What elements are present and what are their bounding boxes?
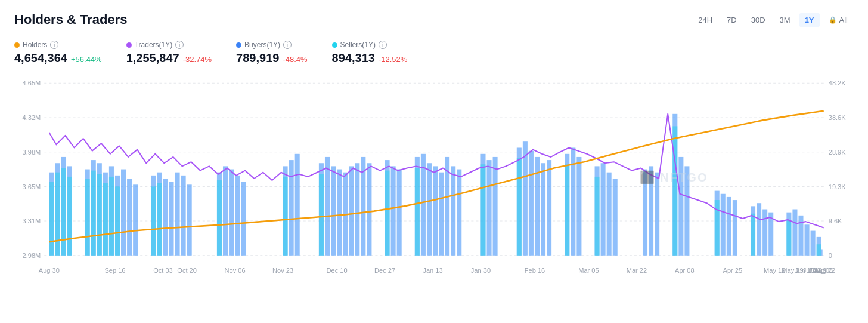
svg-rect-123 xyxy=(595,177,600,256)
svg-rect-108 xyxy=(91,171,96,256)
svg-rect-120 xyxy=(480,164,485,255)
svg-rect-116 xyxy=(283,177,288,256)
svg-rect-84 xyxy=(655,173,659,256)
svg-rect-77 xyxy=(576,157,581,256)
sellers-dot xyxy=(332,42,337,48)
svg-rect-105 xyxy=(61,168,66,255)
sellers-info-icon[interactable]: i xyxy=(379,41,387,49)
svg-rect-39 xyxy=(223,166,228,255)
svg-rect-81 xyxy=(613,179,618,256)
traders-change: -32.74% xyxy=(183,55,212,64)
svg-text:Dec 10: Dec 10 xyxy=(327,267,348,274)
svg-rect-106 xyxy=(67,177,72,256)
svg-rect-122 xyxy=(565,164,569,255)
svg-rect-65 xyxy=(457,170,461,256)
svg-rect-67 xyxy=(487,160,492,256)
svg-text:4.65M: 4.65M xyxy=(23,79,41,87)
svg-rect-121 xyxy=(517,158,522,256)
metric-buyers: Buyers(1Y) i 789,919 -48.4% xyxy=(236,37,320,69)
svg-text:Nov 06: Nov 06 xyxy=(225,267,246,274)
svg-rect-49 xyxy=(337,170,342,256)
svg-rect-41 xyxy=(235,176,240,256)
svg-rect-61 xyxy=(433,166,438,255)
svg-rect-70 xyxy=(523,141,528,256)
svg-rect-111 xyxy=(109,177,114,256)
svg-rect-80 xyxy=(607,173,612,256)
holders-info-icon[interactable]: i xyxy=(50,41,58,49)
holders-change: +56.44% xyxy=(71,55,102,64)
svg-text:Apr 25: Apr 25 xyxy=(723,267,743,274)
svg-rect-128 xyxy=(817,244,822,256)
svg-rect-97 xyxy=(792,210,797,256)
sellers-change: -12.52% xyxy=(379,55,407,64)
svg-text:Jan 30: Jan 30 xyxy=(471,267,491,274)
buyers-info-icon[interactable]: i xyxy=(283,41,292,49)
chart-container: 4.65M 4.32M 3.98M 3.65M 3.31M 2.98M 48.2… xyxy=(14,77,854,280)
buyers-change: -48.4% xyxy=(283,55,307,64)
svg-text:Oct 20: Oct 20 xyxy=(177,267,197,274)
svg-text:Oct 03: Oct 03 xyxy=(153,267,173,274)
svg-rect-103 xyxy=(49,182,54,256)
svg-rect-28 xyxy=(121,170,126,256)
holders-dot xyxy=(14,42,20,48)
svg-rect-90 xyxy=(727,197,731,256)
svg-rect-107 xyxy=(85,179,90,256)
svg-rect-47 xyxy=(325,157,330,256)
svg-rect-118 xyxy=(385,171,390,256)
svg-rect-74 xyxy=(547,160,551,256)
metric-sellers-label: Sellers(1Y) i xyxy=(332,41,408,49)
svg-rect-30 xyxy=(133,184,138,255)
svg-rect-110 xyxy=(103,183,108,256)
svg-rect-48 xyxy=(331,166,336,255)
svg-text:28.9K: 28.9K xyxy=(829,149,846,156)
svg-text:3.31M: 3.31M xyxy=(23,217,41,224)
svg-text:48.2K: 48.2K xyxy=(829,79,846,87)
filter-30d[interactable]: 30D xyxy=(745,13,771,27)
svg-rect-35 xyxy=(175,173,180,256)
svg-rect-56 xyxy=(391,166,396,255)
svg-rect-115 xyxy=(217,180,222,256)
svg-rect-71 xyxy=(529,151,534,256)
filter-7d[interactable]: 7D xyxy=(721,13,743,27)
svg-rect-119 xyxy=(415,168,420,255)
svg-rect-94 xyxy=(762,210,767,256)
svg-rect-89 xyxy=(721,194,726,256)
filter-1y[interactable]: 1Y xyxy=(799,13,820,27)
svg-rect-29 xyxy=(127,179,132,256)
svg-rect-93 xyxy=(757,203,761,256)
svg-rect-59 xyxy=(421,154,426,256)
svg-rect-45 xyxy=(295,154,300,256)
svg-rect-113 xyxy=(151,186,156,255)
filter-all[interactable]: 🔒 All xyxy=(823,13,854,27)
svg-rect-64 xyxy=(451,166,455,255)
svg-rect-114 xyxy=(157,183,162,256)
svg-text:4.32M: 4.32M xyxy=(23,114,41,121)
svg-rect-104 xyxy=(55,173,60,256)
traders-info-icon[interactable]: i xyxy=(175,41,184,49)
metric-holders-label: Holders i xyxy=(14,41,102,49)
svg-rect-54 xyxy=(367,163,371,256)
svg-rect-60 xyxy=(427,163,432,256)
svg-rect-117 xyxy=(319,174,324,256)
svg-text:Aug 22: Aug 22 xyxy=(814,267,835,274)
page-title: Holders & Traders xyxy=(14,12,128,27)
svg-text:19.3K: 19.3K xyxy=(829,183,846,190)
holders-value: 4,654,364 xyxy=(14,51,67,65)
metric-holders: Holders i 4,654,364 +56.44% xyxy=(14,37,114,69)
svg-rect-36 xyxy=(181,176,186,256)
svg-text:Aug 30: Aug 30 xyxy=(39,267,60,274)
svg-text:Mar 22: Mar 22 xyxy=(627,267,647,274)
svg-rect-112 xyxy=(115,186,120,255)
buyers-bars xyxy=(49,114,822,256)
svg-rect-100 xyxy=(811,231,816,256)
svg-rect-40 xyxy=(229,170,234,256)
svg-rect-51 xyxy=(349,166,354,255)
svg-text:⬛ NFTGO: ⬛ NFTGO xyxy=(640,170,708,185)
metric-sellers: Sellers(1Y) i 894,313 -12.52% xyxy=(332,37,420,69)
svg-rect-34 xyxy=(169,182,173,256)
svg-rect-98 xyxy=(798,216,803,256)
svg-text:2.98M: 2.98M xyxy=(23,252,41,259)
filter-3m[interactable]: 3M xyxy=(774,13,796,27)
filter-24h[interactable]: 24H xyxy=(692,13,718,27)
svg-rect-99 xyxy=(805,224,810,256)
